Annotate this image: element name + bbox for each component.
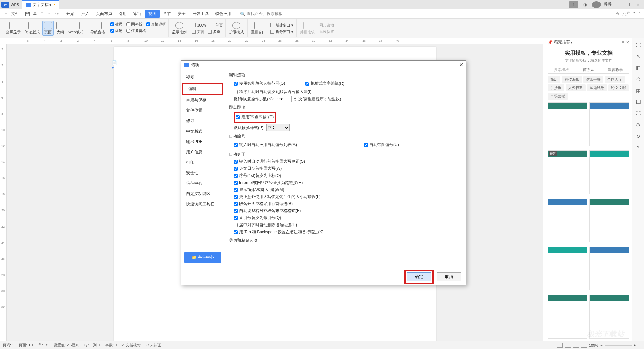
enable-click-type-checkbox[interactable]: 启用"即点即输"(C) — [236, 114, 274, 120]
template-tag-6[interactable]: 试题试卷 — [587, 84, 607, 91]
view-mode-4[interactable]: Web版式 — [67, 21, 85, 35]
auto-ime-checkbox[interactable]: 程序启动时自动切换到默认语言输入法(I) — [234, 89, 461, 95]
undo-steps-input[interactable] — [276, 96, 292, 102]
collapse-ribbon-icon[interactable]: ⌃ — [638, 12, 641, 16]
template-thumb-5[interactable] — [589, 199, 629, 242]
cursor-icon[interactable]: ↖ — [635, 53, 642, 60]
dialog-nav-4[interactable]: 修订 — [181, 116, 224, 126]
view-mode-0[interactable]: 全屏显示 — [5, 21, 22, 35]
zoom-slider[interactable] — [605, 345, 632, 346]
template-thumb-7[interactable] — [589, 247, 629, 290]
template-tag-4[interactable]: 手抄报 — [548, 84, 564, 91]
panel-close-icon[interactable]: ✕ — [626, 40, 629, 45]
template-thumb-3[interactable] — [589, 150, 629, 194]
template-tag-3[interactable]: 合同大全 — [605, 76, 625, 83]
status-item-4[interactable]: 行: 1 列: 1 — [84, 343, 101, 348]
auto-circle-number-checkbox[interactable]: 自动带圈编号(U) — [364, 142, 399, 148]
autocorrect-opt-0[interactable]: 键入时自动进行句首字母大写更正(S) — [234, 159, 461, 164]
view-chk-0[interactable]: 标尺 — [110, 21, 123, 27]
status-item-1[interactable]: 页面: 1/1 — [19, 343, 33, 348]
ribbon-tab-5[interactable]: 视图 — [145, 10, 160, 18]
minimize-button[interactable]: — — [613, 1, 623, 8]
view-chk-1[interactable]: 网格线 — [126, 21, 143, 27]
ribbon-tab-6[interactable]: 章节 — [160, 10, 174, 18]
view-normal-icon[interactable] — [557, 343, 563, 348]
window-opt-1[interactable]: 拆分窗口 ▾ — [270, 29, 294, 35]
panel-menu-icon[interactable]: ≡ — [622, 40, 624, 45]
redo-icon[interactable]: ↷ — [54, 11, 60, 17]
refresh-icon[interactable]: ↻ — [635, 133, 642, 140]
smart-paragraph-checkbox[interactable]: 使用智能段落选择范围(G) — [234, 81, 285, 86]
autocorrect-opt-7[interactable]: 自动调整右对齐段落末空格格式(F) — [234, 208, 461, 214]
autocorrect-opt-10[interactable]: 用 Tab 和 Backspace 设置左缩进和首行缩进(K) — [234, 229, 461, 235]
ribbon-tab-3[interactable]: 引用 — [115, 10, 130, 18]
search-tab-2[interactable]: 教育教学 — [602, 66, 629, 73]
view-mode-1[interactable]: 阅读版式 — [23, 21, 41, 35]
template-thumb-4[interactable] — [548, 199, 587, 242]
window-opt-0[interactable]: 新建窗口 ▾ — [270, 22, 294, 28]
template-tag-8[interactable]: 市场营销 — [548, 93, 568, 100]
template-thumb-6[interactable] — [548, 247, 587, 290]
template-tag-5[interactable]: 人资行政 — [566, 84, 586, 91]
dialog-nav-2[interactable]: 常规与保存 — [181, 95, 224, 105]
autocorrect-opt-6[interactable]: 段落开头空格采用行首缩进(B) — [234, 201, 461, 207]
status-item-7[interactable]: 🛡 未认证 — [145, 343, 161, 348]
view-web-icon[interactable] — [573, 343, 579, 348]
auto-number-list-checkbox[interactable]: 键入时自动应用自动编号列表(A) — [234, 142, 297, 148]
style-icon[interactable]: ◧ — [635, 64, 642, 71]
default-para-select[interactable]: 正文 — [266, 124, 290, 131]
backup-center-button[interactable]: 📁 备份中心 — [184, 252, 221, 263]
template-thumb-0[interactable] — [548, 102, 587, 146]
zoom-button[interactable]: 显示比例 — [171, 21, 188, 35]
dialog-nav-3[interactable]: 文件位置 — [181, 105, 224, 116]
film-icon[interactable]: 🎞 — [635, 99, 642, 105]
ribbon-tab-4[interactable]: 审阅 — [130, 10, 145, 18]
template-thumb-2[interactable]: 最近 — [548, 150, 587, 194]
document-tab[interactable]: 文字文稿5 • — [22, 0, 59, 9]
ribbon-tab-7[interactable]: 安全 — [174, 10, 189, 18]
drag-drop-checkbox[interactable]: 拖放式文字编辑(R) — [305, 81, 344, 86]
status-item-6[interactable]: ☑ 文档校对 — [121, 343, 141, 348]
template-thumb-8[interactable] — [548, 295, 587, 339]
maximize-button[interactable]: ☐ — [623, 1, 633, 8]
spinner-icon[interactable]: ▲▼ — [294, 97, 296, 101]
dialog-nav-8[interactable]: 打印 — [181, 157, 224, 168]
ok-button[interactable]: 确定 — [407, 272, 431, 281]
print-icon[interactable]: 🖶 — [32, 11, 38, 17]
print-preview-icon[interactable]: 🗋 — [39, 11, 46, 17]
question-icon[interactable]: ? — [635, 144, 642, 151]
dialog-nav-0[interactable]: 视图 — [181, 72, 224, 83]
status-item-0[interactable]: 页码: 1 — [3, 343, 14, 348]
view-mode-3[interactable]: 大纲 — [55, 21, 66, 35]
nav-pane-button[interactable]: 导航窗格 — [89, 21, 106, 35]
template-tag-0[interactable]: 简历 — [548, 76, 560, 83]
zoom-opt-2[interactable]: 页宽 — [191, 29, 205, 35]
status-item-3[interactable]: 设置值: 2.5厘米 — [54, 343, 79, 348]
zoom-out-icon[interactable]: − — [600, 343, 602, 347]
ribbon-tab-2[interactable]: 页面布局 — [93, 10, 115, 18]
theme-icon[interactable]: ◑ — [580, 1, 590, 8]
autocorrect-opt-9[interactable]: 居中对齐时自动删除段落缩进(E) — [234, 222, 461, 228]
zoom-opt-3[interactable]: 多页 — [207, 29, 221, 35]
fullscreen-icon[interactable]: ⛶ — [638, 343, 641, 347]
vertical-ruler[interactable]: 22468101214161820222426283032 — [0, 44, 7, 341]
autocorrect-opt-8[interactable]: 直引号替换为弯引号(Q) — [234, 215, 461, 221]
eyecare-button[interactable]: 护眼模式 — [228, 21, 245, 35]
view-mode-2[interactable]: 页面 — [42, 21, 54, 36]
dialog-nav-11[interactable]: 自定义功能区 — [181, 189, 224, 199]
template-thumb-9[interactable] — [589, 295, 629, 339]
dialog-nav-5[interactable]: 中文版式 — [181, 126, 224, 137]
template-thumb-1[interactable] — [589, 102, 629, 146]
status-item-2[interactable]: 节: 1/1 — [38, 343, 49, 348]
close-button[interactable]: ✕ — [633, 1, 643, 8]
dialog-nav-6[interactable]: 输出PDF — [181, 137, 224, 147]
notification-badge[interactable]: 1 — [569, 1, 578, 8]
autocorrect-opt-3[interactable]: Internet或网络路径替换为超链接(H) — [234, 180, 461, 186]
view-read-icon[interactable] — [581, 343, 587, 348]
panel-dropdown-icon[interactable]: ▾ — [570, 40, 572, 45]
view-chk-4[interactable]: 任务窗格 — [126, 28, 147, 34]
template-tag-2[interactable]: 信纸手账 — [583, 76, 603, 83]
template-tag-7[interactable]: 论文文献 — [608, 84, 629, 91]
help-icon[interactable]: ? — [633, 12, 635, 16]
autocorrect-opt-1[interactable]: 英文日期首字母大写(W) — [234, 166, 461, 171]
